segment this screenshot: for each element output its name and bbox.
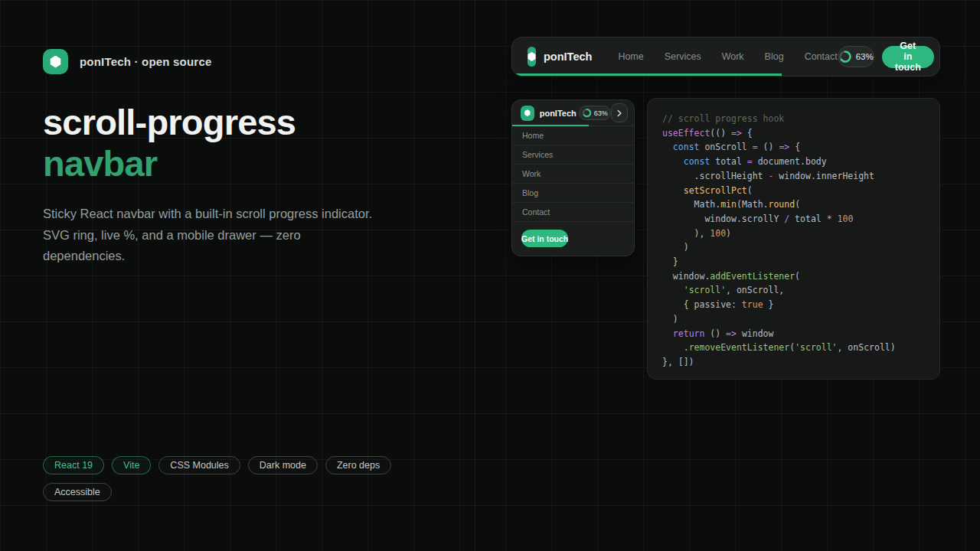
code-line: return () => window [662, 327, 925, 341]
tag-css-modules: CSS Modules [158, 456, 240, 474]
progress-ring-icon [582, 108, 592, 118]
drawer-item-label: Blog [522, 188, 538, 197]
code-block: // scroll progress hookuseEffect(() => {… [662, 112, 925, 370]
code-line: const total = document.body [662, 155, 925, 169]
nav-link-contact[interactable]: Contact [805, 51, 838, 62]
page-title-line2: navbar [43, 143, 426, 184]
drawer-item-label: Contact [522, 207, 550, 217]
drawer-item-label: Home [522, 131, 544, 140]
navbar-brand: ponITech [544, 51, 592, 63]
tag-zero-deps: Zero deps [325, 456, 391, 474]
tag-vite: Vite [112, 456, 151, 474]
nav-link-services[interactable]: Services [665, 51, 701, 62]
code-line: // scroll progress hook [662, 112, 925, 126]
drawer-item-contact[interactable]: Contact [512, 203, 634, 222]
drawer-get-in-touch-button[interactable]: Get in touch [521, 230, 568, 247]
tag-list: React 19ViteCSS ModulesDark modeZero dep… [43, 456, 403, 501]
drawer-item-blog[interactable]: Blog [512, 184, 634, 203]
navbar-logo [528, 47, 536, 67]
nav-link-blog[interactable]: Blog [765, 51, 784, 62]
drawer-brand: ponITech [540, 109, 577, 118]
brand-logo [43, 49, 68, 74]
hexagon-icon [524, 109, 531, 116]
drawer-progress-bar [512, 125, 589, 126]
navbar-demo: ponITech Home Services Work Blog Contact… [511, 37, 940, 77]
code-line: { passive: true } [662, 298, 925, 312]
navbar-links: Home Services Work Blog Contact [618, 51, 837, 62]
code-line: setScrollPct( [662, 184, 925, 198]
code-line: .removeEventListener('scroll', onScroll) [662, 341, 925, 355]
drawer-item-label: Work [522, 169, 541, 178]
drawer-item-home[interactable]: Home [512, 126, 634, 145]
code-line: .scrollHeight - window.innerHeight [662, 169, 925, 184]
code-line: }, []) [662, 355, 925, 370]
drawer-item-services[interactable]: Services [512, 145, 634, 165]
nav-link-work[interactable]: Work [722, 51, 744, 62]
chevron-right-icon [616, 109, 623, 117]
code-line: useEffect(() => { [662, 126, 925, 141]
hexagon-icon [50, 56, 61, 68]
nav-link-home[interactable]: Home [618, 51, 643, 62]
progress-percent: 63% [594, 109, 608, 117]
drawer-progress-indicator: 63% [579, 106, 611, 120]
mobile-drawer-demo: ponITech 63% Home Services Work Blog Con… [511, 99, 635, 256]
code-line: window.addEventListener( [662, 269, 925, 284]
page-description: Sticky React navbar with a built-in scro… [43, 204, 375, 267]
code-line: Math.min(Math.round( [662, 197, 925, 212]
tag-dark-mode: Dark mode [248, 456, 318, 474]
progress-percent: 63% [856, 52, 874, 61]
drawer-item-label: Services [522, 150, 553, 159]
tag-react-19: React 19 [43, 456, 104, 474]
scroll-progress-indicator: 63% [838, 46, 874, 67]
page-title-line1: scroll-progress [43, 102, 296, 142]
site-brand: ponITech · open source [43, 49, 426, 74]
code-line: } [662, 255, 925, 269]
progress-ring-icon [838, 50, 852, 64]
tag-accessible: Accessible [43, 483, 112, 501]
code-line: ) [662, 240, 925, 255]
drawer-toggle-button[interactable] [611, 103, 628, 122]
hexagon-icon [528, 52, 536, 61]
brand-label: ponITech · open source [80, 55, 211, 68]
code-line: window.scrollY / total * 100 [662, 212, 925, 227]
code-panel: // scroll progress hookuseEffect(() => {… [647, 98, 940, 380]
grid-accent-line [475, 0, 475, 551]
drawer-header: ponITech 63% [512, 100, 634, 126]
drawer-item-work[interactable]: Work [512, 165, 634, 184]
code-line: ), 100) [662, 227, 925, 241]
code-line: const onScroll = () => { [662, 140, 925, 155]
code-line: ) [662, 312, 925, 327]
drawer-logo [521, 106, 534, 121]
code-line: 'scroll', onScroll, [662, 283, 925, 298]
get-in-touch-button[interactable]: Get in touch [882, 46, 934, 68]
scroll-progress-bar [512, 73, 782, 76]
page-title: scroll-progress navbar [43, 102, 426, 184]
hero-section: ponITech · open source scroll-progress n… [43, 49, 426, 267]
